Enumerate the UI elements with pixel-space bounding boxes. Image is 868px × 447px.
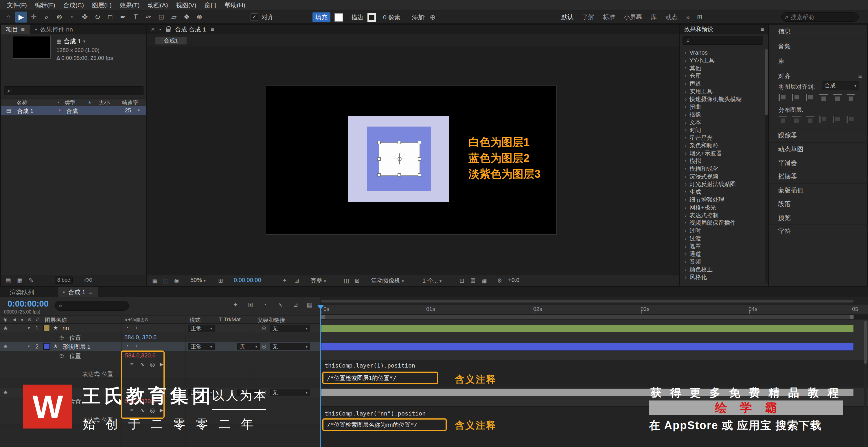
effects-search-box[interactable]: ⌕ xyxy=(683,36,763,45)
workspace-overflow-chevron[interactable]: » xyxy=(682,13,694,21)
align-to-dropdown[interactable]: 合成▾ xyxy=(822,81,859,90)
quality-icon[interactable]: ▪ xyxy=(127,343,128,348)
camera-tool-icon[interactable]: ⌖ xyxy=(66,11,78,23)
timeline-scrollbar-thumb[interactable] xyxy=(864,320,867,364)
effects-category[interactable]: ›杂色和颗粒 xyxy=(680,142,765,150)
eye-icon[interactable]: ◉ xyxy=(3,317,7,322)
type-tool-icon[interactable]: T xyxy=(130,11,142,23)
composition-flowchart-icon[interactable]: ✦ xyxy=(233,301,238,308)
work-area-track[interactable] xyxy=(320,314,868,319)
panel-menu-icon[interactable]: ≡ xyxy=(858,72,862,80)
timeline-scrollbar[interactable] xyxy=(864,320,867,447)
align-center-v-icon[interactable] xyxy=(833,94,842,101)
distribute-top-icon[interactable] xyxy=(779,116,787,123)
draft-3d-icon[interactable]: ⊞ xyxy=(248,301,253,308)
icon-view-icon[interactable]: ▦ xyxy=(17,277,23,284)
effects-category[interactable]: ›表达式控制 xyxy=(680,211,765,219)
effects-category[interactable]: ›生成 xyxy=(680,188,765,196)
distribute-left-icon[interactable] xyxy=(819,116,828,123)
layer2-duration-bar[interactable] xyxy=(321,343,854,350)
graph-editor-icon[interactable]: ▦ xyxy=(307,301,312,308)
selection-tool-icon[interactable]: ▶ xyxy=(15,11,27,23)
workspace-library[interactable]: 库 xyxy=(646,13,661,21)
resolution-dropdown[interactable]: 完整 ▾ xyxy=(311,277,326,285)
parent-pickwhip-icon[interactable]: ◎ xyxy=(262,389,266,395)
selection-handle[interactable] xyxy=(377,141,381,144)
eye-icon[interactable]: ◉ xyxy=(3,343,7,349)
zoom-level-dropdown[interactable]: 50% ▾ xyxy=(190,277,206,283)
effects-category[interactable]: ›遮罩 xyxy=(680,242,765,250)
align-checkbox[interactable]: ✓ xyxy=(251,13,258,21)
selection-handle[interactable] xyxy=(398,141,401,144)
brush-tool-icon[interactable]: ✑ xyxy=(142,11,155,23)
effects-category[interactable]: ›细节增强处理 xyxy=(680,196,765,204)
panel-character[interactable]: 字符 xyxy=(769,225,867,238)
transparency-grid-icon[interactable]: ⊠ xyxy=(355,277,360,284)
home-icon[interactable]: ⌂ xyxy=(2,11,14,23)
effects-category[interactable]: ›音频 xyxy=(680,258,765,266)
color-depth-button[interactable]: 8 bpc xyxy=(55,277,73,284)
selection-handle[interactable] xyxy=(418,173,421,177)
menu-layer[interactable]: 图层(L) xyxy=(88,1,116,9)
composition-tab-label[interactable]: 合成 合成 1 xyxy=(170,26,206,34)
layer-row-1[interactable]: ◉ ▾ 1 ★ nn ▪ / 正常▾ ◎ 无▾ xyxy=(0,324,320,333)
menu-file[interactable]: 文件(F) xyxy=(3,1,31,9)
menu-animation[interactable]: 动画(A) xyxy=(144,1,172,9)
col-name[interactable]: 名称 xyxy=(17,99,28,107)
tab-project[interactable]: 项目 ≡ xyxy=(1,25,30,34)
tab-render-queue[interactable]: 渲染队列 xyxy=(10,288,34,297)
exposure-gear-icon[interactable]: ⚙ xyxy=(497,277,502,284)
panel-menu-icon[interactable]: ≡ xyxy=(761,26,768,33)
layer-color-swatch[interactable] xyxy=(43,325,50,332)
workspace-motion[interactable]: 动态 xyxy=(661,13,682,21)
anchor-point-icon[interactable] xyxy=(398,157,402,161)
stroke-color-swatch[interactable] xyxy=(368,13,376,22)
time-navigator[interactable] xyxy=(320,297,868,305)
selection-handle[interactable] xyxy=(377,157,381,161)
parent-dropdown[interactable]: 无▾ xyxy=(270,389,310,396)
eye-icon[interactable]: ◉ xyxy=(3,389,7,395)
property-label[interactable]: 位置 xyxy=(69,398,81,406)
effects-category[interactable]: ›扭曲 xyxy=(680,103,765,111)
expression-label[interactable]: 表达式: 位置 xyxy=(83,416,113,424)
trash-icon[interactable]: ⌫ xyxy=(84,277,92,284)
tab-timeline-comp1[interactable]: ▪ 合成 1 ≡ xyxy=(58,287,98,297)
stopwatch-icon[interactable]: ◷ xyxy=(59,352,64,358)
menu-effect[interactable]: 效果(T) xyxy=(116,1,144,9)
panel-info[interactable]: 信息 xyxy=(769,25,867,38)
effects-scrollbar-thumb[interactable] xyxy=(765,49,768,115)
new-folder-icon[interactable]: ✎ xyxy=(29,277,34,284)
always-preview-icon[interactable]: ▦ xyxy=(152,277,158,284)
quality-icon[interactable]: ▪ xyxy=(127,325,128,330)
effects-category[interactable]: ›通道 xyxy=(680,250,765,258)
trkmat-dropdown[interactable]: 无▾ xyxy=(237,343,260,350)
puppet-tool-icon[interactable]: ⊛ xyxy=(193,11,206,23)
selection-handle[interactable] xyxy=(418,141,421,144)
effects-category[interactable]: ›抠像 xyxy=(680,111,765,118)
panel-align[interactable]: 对齐 ≡ xyxy=(769,70,867,82)
layer-row-2[interactable]: ◉ ▾ 2 ★ 形状图层 1 ▪ / 正常▾ 无▾ ◎ 无▾ xyxy=(0,342,320,351)
sort-up-icon[interactable]: ▲ xyxy=(88,100,92,104)
layer-name[interactable]: 形状图层 1 xyxy=(62,343,91,351)
layer1-white-square[interactable] xyxy=(379,143,420,175)
effects-category[interactable]: ›实用工具 xyxy=(680,88,765,95)
align-center-h-icon[interactable] xyxy=(792,94,801,101)
expression-comment-1[interactable]: /*位置检索图层1的位置*/ xyxy=(327,374,396,382)
pen-tool-icon[interactable]: ✒ xyxy=(117,11,129,23)
property-label[interactable]: 位置 xyxy=(69,334,81,342)
mask-visibility-icon[interactable]: ◉ xyxy=(174,277,179,284)
distribute-bottom-icon[interactable] xyxy=(806,116,814,123)
playhead-line[interactable] xyxy=(320,305,321,447)
panel-audio[interactable]: 音频 xyxy=(769,40,867,53)
parent-pickwhip-icon[interactable]: ◎ xyxy=(262,325,266,331)
blend-mode-dropdown[interactable]: 正常▾ xyxy=(188,343,215,350)
expression-code-1[interactable]: thisComp.layer(1).position xyxy=(324,362,415,369)
workspace-small-screen[interactable]: 小屏幕 xyxy=(619,13,646,21)
magnification-icon[interactable]: ◫ xyxy=(163,277,169,284)
orbit-camera-tool-icon[interactable]: ⊚ xyxy=(53,11,65,23)
show-snapshot-icon[interactable]: ⊿ xyxy=(294,277,300,284)
expression-code-2[interactable]: thisComp.layer("nn").position xyxy=(324,410,426,417)
trkmat-dropdown[interactable]: 无▾ xyxy=(237,389,260,396)
view-layout-dropdown[interactable]: 1 个... ▾ xyxy=(423,277,441,285)
chevron-down-icon[interactable]: ▾ xyxy=(83,39,86,44)
